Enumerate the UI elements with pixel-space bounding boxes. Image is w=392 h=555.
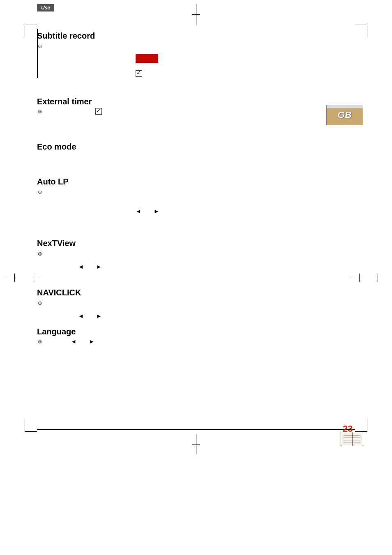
page-number-badge: 23 xyxy=(341,424,363,446)
auto-lp-section: Auto LP ☺ ◄ ► xyxy=(37,177,159,214)
corner-mark-tr xyxy=(355,25,367,37)
auto-lp-arrow-left[interactable]: ◄ xyxy=(136,208,141,214)
language-title: Language xyxy=(37,327,95,336)
nextview-smiley-icon: ☺ xyxy=(37,250,43,257)
eco-mode-section: Eco mode xyxy=(37,142,76,152)
subtitle-record-title: Subtitle record xyxy=(37,31,142,41)
gb-badge: GB xyxy=(326,105,363,125)
nextview-arrow-right[interactable]: ► xyxy=(96,263,102,270)
eco-mode-title: Eco mode xyxy=(37,142,76,152)
corner-mark-tl xyxy=(25,25,37,37)
language-arrow-right[interactable]: ► xyxy=(89,338,95,345)
naviclick-title: NAVICLICK xyxy=(37,288,102,297)
naviclick-smiley-icon: ☺ xyxy=(37,299,43,306)
crosshair-right-icon xyxy=(367,274,388,282)
crosshair-left-icon xyxy=(4,274,25,282)
crosshair-bottom-icon xyxy=(192,434,200,454)
language-smiley-icon: ☺ xyxy=(37,338,43,345)
language-section: Language ☺ ◄ ► xyxy=(37,327,95,345)
bottom-divider xyxy=(37,429,355,430)
page: Use Subtitle record ☺ External timer ☺ G… xyxy=(0,0,392,555)
external-timer-section: External timer ☺ xyxy=(37,97,102,115)
subtitle-record-checkbox[interactable] xyxy=(136,70,142,77)
corner-mark-bl xyxy=(25,419,37,432)
page-number-book-icon xyxy=(341,432,363,446)
naviclick-arrow-right[interactable]: ► xyxy=(96,313,102,319)
auto-lp-arrow-right[interactable]: ► xyxy=(154,208,159,214)
crosshair-top-icon xyxy=(192,4,200,25)
subtitle-record-section: Subtitle record ☺ xyxy=(37,31,142,77)
naviclick-arrow-left[interactable]: ◄ xyxy=(78,313,84,319)
mid-crosshair-left xyxy=(25,274,41,282)
nextview-title: NexTView xyxy=(37,238,102,248)
nextview-arrow-left[interactable]: ◄ xyxy=(78,263,84,270)
gb-badge-lines xyxy=(327,105,363,108)
naviclick-section: NAVICLICK ☺ ◄ ► xyxy=(37,288,102,319)
external-timer-smiley-icon: ☺ xyxy=(37,108,43,115)
auto-lp-smiley-icon: ☺ xyxy=(37,189,43,195)
subtitle-record-smiley-icon: ☺ xyxy=(37,43,43,49)
external-timer-title: External timer xyxy=(37,97,102,106)
mid-crosshair-right xyxy=(351,274,367,282)
external-timer-checkbox[interactable] xyxy=(95,108,102,115)
language-arrow-left[interactable]: ◄ xyxy=(71,338,76,345)
auto-lp-title: Auto LP xyxy=(37,177,159,187)
gb-badge-text: GB xyxy=(338,110,352,120)
nextview-section: NexTView ☺ ◄ ► xyxy=(37,238,102,270)
red-rectangle xyxy=(136,54,158,63)
use-label: Use xyxy=(37,4,54,12)
